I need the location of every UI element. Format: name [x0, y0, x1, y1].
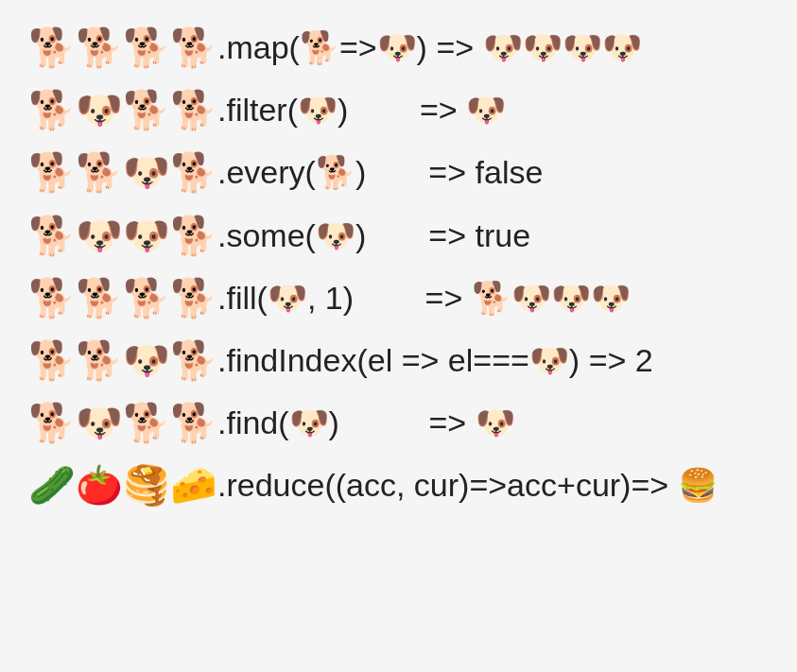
result: 🐶: [466, 402, 514, 443]
row-every: 🐕🐕🐶🐕.every(🐕) => false: [28, 151, 769, 193]
array-input: 🐕🐕🐕🐕: [28, 28, 217, 66]
arrow-icon: =>: [436, 26, 474, 68]
array-input: 🐕🐕🐶🐕: [28, 341, 217, 379]
method-call: .find(🐶): [217, 402, 339, 443]
row-findindex: 🐕🐕🐶🐕.findIndex(el => el===🐶) => 2: [28, 339, 769, 381]
spacer: [339, 402, 428, 443]
arrow-icon: =>: [420, 89, 458, 130]
row-reduce: 🥒🍅🥞🧀.reduce((acc, cur)=>acc+cur)=> 🍔: [28, 464, 769, 506]
method-call: .reduce((acc, cur)=>acc+cur): [217, 464, 631, 506]
result: 🐶: [458, 89, 506, 130]
result: 2: [626, 339, 652, 381]
spacer: [366, 151, 428, 193]
result: true: [466, 215, 530, 256]
arrow-icon: =>: [425, 277, 463, 319]
arrow-icon: =>: [428, 215, 466, 256]
array-input: 🐕🐶🐕🐕: [28, 91, 217, 129]
arrow-icon: =>: [631, 464, 668, 506]
row-some: 🐕🐶🐶🐕.some(🐶) => true: [28, 215, 769, 256]
array-input: 🐕🐶🐶🐕: [28, 216, 217, 254]
spacer: [366, 215, 428, 256]
arrow-icon: =>: [589, 339, 627, 381]
method-call: .filter(🐶): [217, 89, 348, 130]
spacer: [348, 89, 420, 130]
result: 🐶🐶🐶🐶: [474, 26, 641, 68]
array-input: 🐕🐕🐕🐕: [28, 279, 217, 317]
result: 🍔: [668, 464, 717, 506]
array-input: 🥒🍅🥞🧀: [28, 466, 217, 504]
row-filter: 🐕🐶🐕🐕.filter(🐶) => 🐶: [28, 89, 769, 130]
method-call: .every(🐕): [217, 151, 366, 193]
arrow-icon: =>: [428, 151, 466, 193]
spacer: [427, 26, 436, 68]
row-map: 🐕🐕🐕🐕.map(🐕=>🐶) => 🐶🐶🐶🐶: [28, 26, 769, 68]
method-call: .map(🐕=>🐶): [217, 26, 427, 68]
arrow-icon: =>: [428, 402, 466, 443]
spacer: [354, 277, 425, 319]
row-fill: 🐕🐕🐕🐕.fill(🐶, 1) => 🐕🐶🐶🐶: [28, 277, 769, 319]
method-call: .some(🐶): [217, 215, 366, 256]
array-input: 🐕🐕🐶🐕: [28, 153, 217, 191]
result: 🐕🐶🐶🐶: [462, 277, 630, 319]
spacer: [580, 339, 588, 381]
result: false: [466, 151, 543, 193]
cheatsheet: 🐕🐕🐕🐕.map(🐕=>🐶) => 🐶🐶🐶🐶 🐕🐶🐕🐕.filter(🐶) =>…: [0, 0, 797, 526]
array-input: 🐕🐶🐕🐕: [28, 404, 217, 441]
method-call: .findIndex(el => el===🐶): [217, 339, 580, 381]
method-call: .fill(🐶, 1): [217, 277, 354, 319]
row-find: 🐕🐶🐕🐕.find(🐶) => 🐶: [28, 402, 769, 443]
